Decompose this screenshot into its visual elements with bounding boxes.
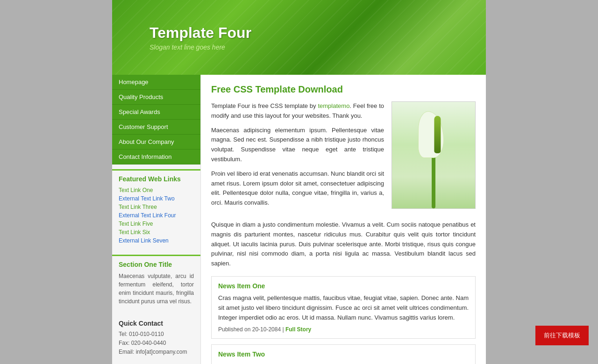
news-2-title: News Item Two xyxy=(218,350,469,358)
nav-menu: Homepage Quality Products Special Awards… xyxy=(112,75,200,164)
nav-item-about[interactable]: About Our Company xyxy=(112,135,200,150)
download-button[interactable]: 前往下载模板 xyxy=(535,326,589,345)
main-title: Free CSS Template Download xyxy=(211,84,476,95)
news-1-published: Published on 20-10-2084 xyxy=(218,326,281,333)
nav-item-support[interactable]: Customer Support xyxy=(112,120,200,135)
sidebar-link-6[interactable]: Text Link Six xyxy=(119,229,150,236)
templatemo-link[interactable]: templatemo xyxy=(318,102,349,109)
news-1-full-story[interactable]: Full Story xyxy=(285,326,311,333)
sidebar-link-4[interactable]: External Text Link Four xyxy=(119,212,176,219)
nav-item-contact[interactable]: Contact Information xyxy=(112,150,200,164)
intro-p1: Template Four is free CSS template by te… xyxy=(211,101,384,121)
contact-fax: Fax: 020-040-0440 xyxy=(119,339,194,348)
content-wrapper: Homepage Quality Products Special Awards… xyxy=(112,75,486,364)
featured-links-section: Featured Web Links Text Link One Externa… xyxy=(112,169,200,250)
intro-image xyxy=(392,101,476,209)
contact-tel: Tel: 010-010-0110 xyxy=(119,330,194,339)
news-1-text: Cras magna velit, pellentesque mattis, f… xyxy=(218,293,469,322)
section-one-text: Maecenas vulputate, arcu id fermentum el… xyxy=(119,272,194,306)
full-paragraph: Quisque in diam a justo condimentum mole… xyxy=(211,220,476,269)
intro-text: Template Four is free CSS template by te… xyxy=(211,101,384,213)
sidebar-link-5[interactable]: Text Link Five xyxy=(119,221,153,227)
nav-item-quality[interactable]: Quality Products xyxy=(112,90,200,105)
intro-section: Template Four is free CSS template by te… xyxy=(211,101,476,213)
section-one: Section One Title Maecenas vulputate, ar… xyxy=(112,255,200,310)
news-1-meta: Published on 20-10-2084 | Full Story xyxy=(218,326,469,333)
featured-links-title: Featured Web Links xyxy=(119,175,194,183)
news-1-title: News Item One xyxy=(218,282,469,290)
sidebar-links-list: Text Link One External Text Link Two Tex… xyxy=(119,186,194,244)
nav-item-awards[interactable]: Special Awards xyxy=(112,105,200,120)
site-title: Template Four xyxy=(150,24,251,42)
sidebar-link-7[interactable]: External Link Seven xyxy=(119,237,169,244)
sidebar-link-1[interactable]: Text Link One xyxy=(119,187,153,193)
quick-contact-title: Quick Contact xyxy=(119,320,194,327)
nav-item-homepage[interactable]: Homepage xyxy=(112,75,200,90)
section-one-title: Section One Title xyxy=(119,261,194,268)
main-content: Free CSS Template Download Template Four… xyxy=(201,75,486,364)
news-2-text: Integer imperdiet odio ac eros. Ut id ma… xyxy=(218,362,469,364)
header: Template Four Slogan text line goes here xyxy=(112,0,486,75)
site-slogan: Slogan text line goes here xyxy=(150,43,251,51)
news-item-1: News Item One Cras magna velit, pellente… xyxy=(211,276,476,339)
sidebar: Homepage Quality Products Special Awards… xyxy=(112,75,201,364)
sidebar-link-2[interactable]: External Text Link Two xyxy=(119,195,175,202)
news-item-2: News Item Two Integer imperdiet odio ac … xyxy=(211,344,476,364)
intro-p2: Maecenas adipiscing elementum ipsum. Pel… xyxy=(211,126,384,164)
intro-p3: Proin vel libero id erat venenatis accum… xyxy=(211,169,384,208)
quick-contact: Quick Contact Tel: 010-010-0110 Fax: 020… xyxy=(112,315,200,362)
contact-email: Email: info[at]company.com xyxy=(119,348,194,357)
sidebar-link-3[interactable]: Text Link Three xyxy=(119,204,157,210)
